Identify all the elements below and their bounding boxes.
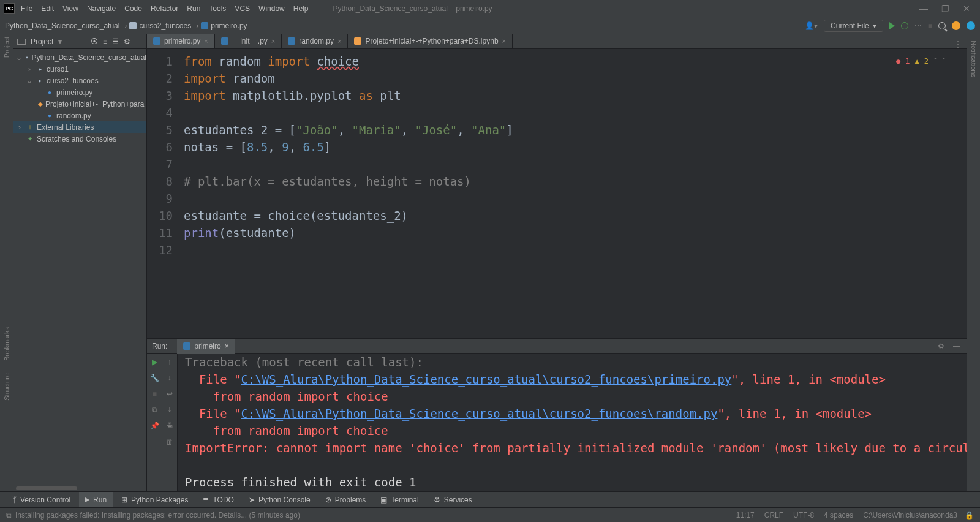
close-icon[interactable]: × <box>271 37 275 45</box>
expand-all-icon[interactable]: ≡ <box>103 37 107 46</box>
debug-icon[interactable] <box>901 22 908 29</box>
menu-tools[interactable]: Tools <box>209 4 226 13</box>
status-cell[interactable]: CRLF <box>764 511 783 520</box>
toolwin-terminal[interactable]: ▣Terminal <box>374 492 424 508</box>
close-icon[interactable]: × <box>502 37 506 45</box>
toolwin-services[interactable]: ⚙Services <box>428 492 478 508</box>
pin-icon[interactable]: 📌 <box>149 421 159 431</box>
play-icon[interactable] <box>889 22 895 29</box>
folder-icon: ▸ <box>36 65 44 74</box>
status-cell[interactable]: UTF-8 <box>793 511 814 520</box>
chevron-down-icon[interactable]: ▾ <box>58 37 62 46</box>
menu-refactor[interactable]: Refactor <box>151 4 178 13</box>
down-icon[interactable]: ↓ <box>165 373 175 383</box>
rerun-icon[interactable]: ▶ <box>149 357 159 367</box>
toolwin-run[interactable]: Run <box>79 492 113 508</box>
tree-item[interactable]: ›⦀External Libraries <box>13 121 146 133</box>
status-cell[interactable]: C:\Users\Vinicius\anaconda3 <box>863 511 957 520</box>
editor-tab[interactable]: random.py× <box>282 34 348 48</box>
stop-icon[interactable]: ■ <box>149 389 159 399</box>
tree-twisty-icon[interactable]: › <box>16 123 23 132</box>
tree-twisty-icon[interactable]: ⌄ <box>26 77 33 85</box>
menu-navigate[interactable]: Navigate <box>87 4 116 13</box>
prev-highlight-icon[interactable]: ˄ <box>933 53 937 70</box>
breadcrumb-1[interactable]: curso2_funcoes <box>129 21 198 30</box>
notifications-tool-tab[interactable]: Notifications <box>970 40 978 77</box>
status-cell[interactable]: 11:17 <box>736 511 755 520</box>
menu-view[interactable]: View <box>62 4 78 13</box>
editor-tabs-more-icon[interactable]: ⋮ <box>949 40 967 48</box>
hide-panel-icon[interactable]: — <box>953 342 960 350</box>
run-config-selector[interactable]: Current File ▾ <box>824 20 883 32</box>
menu-help[interactable]: Help <box>293 4 309 13</box>
project-tree[interactable]: ⌄▪Python_Data_Science_curso_atual›▸curso… <box>13 49 146 486</box>
menu-file[interactable]: File <box>21 4 32 13</box>
tree-twisty-icon[interactable]: ⌄ <box>16 53 22 62</box>
status-message[interactable]: Installing packages failed: Installing p… <box>15 511 300 520</box>
status-cell[interactable]: 4 spaces <box>824 511 853 520</box>
layout-icon[interactable]: ⧉ <box>149 405 159 415</box>
editor-tab[interactable]: Projeto+inicial+-+Python+para+DS.ipynb× <box>348 34 513 48</box>
minimize-icon[interactable]: — <box>919 4 928 13</box>
close-icon[interactable]: × <box>204 37 208 45</box>
menu-code[interactable]: Code <box>124 4 142 13</box>
menu-window[interactable]: Window <box>258 4 285 13</box>
search-icon[interactable] <box>938 22 946 29</box>
collapse-all-icon[interactable]: ☰ <box>112 37 119 46</box>
edit-config-icon[interactable]: 🔧 <box>149 373 159 383</box>
scroll-end-icon[interactable]: ⤓ <box>165 405 175 415</box>
editor-code[interactable]: from random import choiceimport randomim… <box>184 49 967 338</box>
tree-item[interactable]: ●random.py <box>13 110 146 121</box>
toolwin-version-control[interactable]: ᛘVersion Control <box>6 492 77 508</box>
project-tree-hscroll[interactable] <box>13 486 146 491</box>
code-editor[interactable]: 123456789101112 from random import choic… <box>147 49 967 338</box>
editor-inspection-widget[interactable]: ●1 ▲2 ˄ ˅ <box>896 53 946 70</box>
gear-icon[interactable]: ⚙ <box>938 342 944 350</box>
tree-twisty-icon[interactable]: › <box>26 65 33 74</box>
maximize-icon[interactable]: ❐ <box>941 4 949 13</box>
next-highlight-icon[interactable]: ˅ <box>942 53 946 70</box>
softwrap-icon[interactable]: ↩ <box>165 389 175 399</box>
toolwin-python-console[interactable]: ➤Python Console <box>243 492 317 508</box>
stop-icon[interactable]: ■ <box>928 21 932 30</box>
tree-item[interactable]: ›▸curso1 <box>13 63 146 75</box>
tree-item[interactable]: ⌄▪Python_Data_Science_curso_atual <box>13 51 146 63</box>
add-user-icon[interactable]: 👤▾ <box>805 21 818 30</box>
breadcrumb-2[interactable]: primeiro.py <box>201 21 252 30</box>
tree-item[interactable]: ⌄▸curso2_funcoes <box>13 75 146 86</box>
breadcrumb-0[interactable]: Python_Data_Science_curso_atual <box>5 21 127 30</box>
print-icon[interactable]: 🖶 <box>165 421 175 431</box>
menu-run[interactable]: Run <box>187 4 200 13</box>
gear-icon[interactable]: ⚙ <box>124 37 130 46</box>
close-icon[interactable]: ✕ <box>963 4 970 13</box>
structure-tool-tab[interactable]: Structure <box>3 373 10 401</box>
window-controls: — ❐ ✕ <box>919 4 980 13</box>
close-icon[interactable]: × <box>337 37 341 45</box>
hide-panel-icon[interactable]: — <box>135 37 143 46</box>
close-icon[interactable]: × <box>225 342 229 350</box>
menu-edit[interactable]: Edit <box>41 4 54 13</box>
run-console[interactable]: Traceback (most recent call last): File … <box>178 354 967 491</box>
run-tab[interactable]: primeiro × <box>177 339 235 354</box>
tree-item[interactable]: ●primeiro.py <box>13 86 146 98</box>
run-controls: 👤▾ Current File ▾ ⋯ ■ <box>805 20 975 32</box>
tree-item-label: curso1 <box>47 65 69 74</box>
tree-item[interactable]: ◆Projeto+inicial+-+Python+para+DS.ipynb <box>13 98 146 110</box>
toolwin-python-packages[interactable]: ⊞Python Packages <box>115 492 194 508</box>
tree-item[interactable]: ✦Scratches and Consoles <box>13 133 146 145</box>
run-more-icon[interactable]: ⋯ <box>914 21 922 30</box>
editor-tab[interactable]: __init__.py× <box>215 34 282 48</box>
trash-icon[interactable]: 🗑 <box>165 437 175 447</box>
toolwin-todo[interactable]: ≣TODO <box>197 492 239 508</box>
bookmarks-tool-tab[interactable]: Bookmarks <box>3 327 10 361</box>
settings-sync-icon[interactable] <box>967 21 975 30</box>
up-icon[interactable]: ↑ <box>165 357 175 367</box>
py-icon <box>201 22 208 29</box>
toolwin-problems[interactable]: ⊘Problems <box>319 492 372 508</box>
ide-update-icon[interactable] <box>952 21 960 30</box>
editor-tab[interactable]: primeiro.py× <box>147 34 215 48</box>
lock-icon[interactable]: 🔒 <box>965 511 974 520</box>
menu-vcs[interactable]: VCS <box>235 4 250 13</box>
project-tool-tab[interactable]: Project <box>3 37 10 58</box>
select-opened-file-icon[interactable]: ⦿ <box>91 37 98 46</box>
